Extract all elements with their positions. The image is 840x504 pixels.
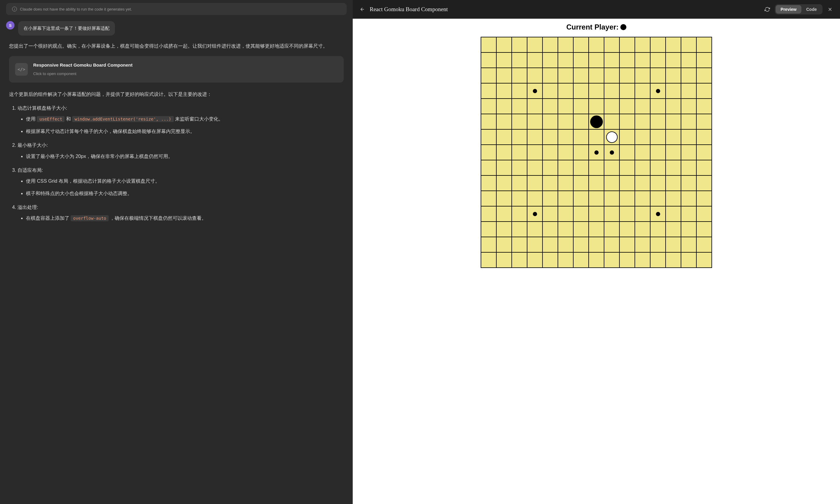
board-cell[interactable] (543, 37, 558, 52)
board-cell[interactable] (512, 114, 527, 129)
board-cell[interactable] (573, 83, 589, 98)
board-cell[interactable] (681, 176, 697, 191)
board-cell[interactable] (589, 37, 604, 52)
board-cell[interactable] (481, 68, 496, 83)
board-cell[interactable] (496, 98, 512, 114)
refresh-button[interactable] (764, 6, 771, 13)
board-cell[interactable] (496, 160, 512, 176)
board-cell[interactable] (543, 83, 558, 98)
board-cell[interactable] (512, 176, 527, 191)
board-cell[interactable] (573, 160, 589, 176)
board-cell[interactable] (589, 68, 604, 83)
tab-preview[interactable]: Preview (776, 5, 801, 14)
board-cell[interactable] (604, 191, 619, 206)
board-cell[interactable] (666, 176, 681, 191)
board-cell[interactable] (650, 252, 666, 268)
board-cell[interactable] (650, 206, 666, 221)
board-cell[interactable] (589, 237, 604, 252)
board-cell[interactable] (496, 114, 512, 129)
board-cell[interactable] (619, 252, 635, 268)
board-cell[interactable] (681, 37, 697, 52)
board-cell[interactable] (697, 176, 712, 191)
board-cell[interactable] (650, 160, 666, 176)
board-cell[interactable] (481, 129, 496, 145)
back-button[interactable] (359, 6, 365, 12)
board-cell[interactable] (543, 114, 558, 129)
board-cell[interactable] (573, 68, 589, 83)
board-cell[interactable] (604, 129, 619, 145)
board-cell[interactable] (573, 145, 589, 160)
board-cell[interactable] (697, 252, 712, 268)
board-cell[interactable] (604, 237, 619, 252)
board-cell[interactable] (558, 176, 573, 191)
board-cell[interactable] (527, 206, 543, 221)
board-cell[interactable] (543, 191, 558, 206)
board-cell[interactable] (589, 83, 604, 98)
board-cell[interactable] (512, 98, 527, 114)
board-cell[interactable] (635, 68, 650, 83)
board-cell[interactable] (543, 237, 558, 252)
board-cell[interactable] (666, 129, 681, 145)
board-cell[interactable] (512, 252, 527, 268)
board-cell[interactable] (527, 68, 543, 83)
board-cell[interactable] (650, 237, 666, 252)
board-cell[interactable] (697, 83, 712, 98)
board-cell[interactable] (543, 206, 558, 221)
board-cell[interactable] (650, 98, 666, 114)
board-cell[interactable] (666, 52, 681, 68)
board-cell[interactable] (681, 83, 697, 98)
board-cell[interactable] (650, 176, 666, 191)
board-cell[interactable] (558, 98, 573, 114)
board-cell[interactable] (543, 252, 558, 268)
board-cell[interactable] (481, 114, 496, 129)
board-cell[interactable] (589, 145, 604, 160)
board-cell[interactable] (666, 68, 681, 83)
board-cell[interactable] (666, 98, 681, 114)
board-cell[interactable] (666, 160, 681, 176)
board-cell[interactable] (635, 114, 650, 129)
board-cell[interactable] (619, 52, 635, 68)
board-cell[interactable] (697, 68, 712, 83)
board-cell[interactable] (496, 37, 512, 52)
board-cell[interactable] (496, 252, 512, 268)
board-cell[interactable] (697, 221, 712, 237)
board-cell[interactable] (604, 52, 619, 68)
board-cell[interactable] (666, 252, 681, 268)
board-cell[interactable] (635, 252, 650, 268)
board-cell[interactable] (666, 206, 681, 221)
board-cell[interactable] (589, 98, 604, 114)
board-cell[interactable] (512, 129, 527, 145)
board-cell[interactable] (573, 129, 589, 145)
board-cell[interactable] (619, 191, 635, 206)
close-button[interactable] (827, 6, 833, 13)
board-cell[interactable] (697, 145, 712, 160)
board-cell[interactable] (543, 176, 558, 191)
board-cell[interactable] (481, 52, 496, 68)
board-cell[interactable] (604, 83, 619, 98)
board-cell[interactable] (481, 98, 496, 114)
board-cell[interactable] (650, 114, 666, 129)
board-cell[interactable] (635, 129, 650, 145)
board-cell[interactable] (527, 145, 543, 160)
board-cell[interactable] (481, 145, 496, 160)
board-cell[interactable] (558, 114, 573, 129)
board-cell[interactable] (573, 176, 589, 191)
board-cell[interactable] (481, 83, 496, 98)
tab-code[interactable]: Code (801, 5, 822, 14)
board-cell[interactable] (512, 145, 527, 160)
board-cell[interactable] (681, 68, 697, 83)
board-cell[interactable] (558, 191, 573, 206)
board-cell[interactable] (650, 221, 666, 237)
board-cell[interactable] (650, 37, 666, 52)
board-cell[interactable] (496, 191, 512, 206)
board-cell[interactable] (619, 68, 635, 83)
board-cell[interactable] (681, 52, 697, 68)
board-cell[interactable] (496, 145, 512, 160)
board-cell[interactable] (481, 252, 496, 268)
board-cell[interactable] (650, 52, 666, 68)
board-cell[interactable] (496, 68, 512, 83)
board-cell[interactable] (666, 37, 681, 52)
board-cell[interactable] (527, 191, 543, 206)
board-cell[interactable] (666, 237, 681, 252)
board-cell[interactable] (697, 129, 712, 145)
